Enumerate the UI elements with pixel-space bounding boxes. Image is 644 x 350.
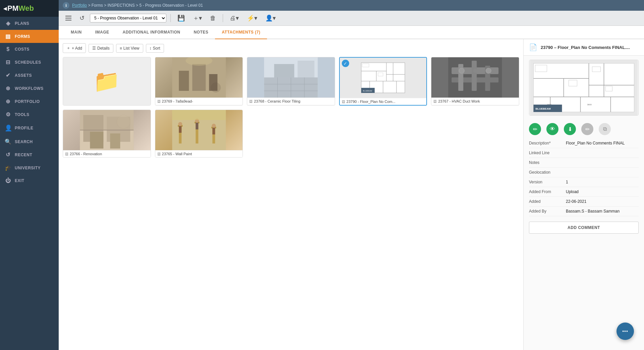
add-comment-button[interactable]: ADD COMMENT xyxy=(529,222,639,234)
add-label: + Add xyxy=(72,46,82,51)
sidebar-item-label: EXIT xyxy=(15,178,24,183)
added-by-label: Added By xyxy=(529,209,566,214)
edit-attachment-button[interactable]: ✏ xyxy=(529,123,541,135)
schedules-icon: ⊟ xyxy=(5,59,11,65)
separator-1 xyxy=(170,14,171,22)
gallery-item-23769[interactable]: 🖼 23769 - 7a8a9ead- xyxy=(155,57,243,106)
record-select[interactable]: 5 - Progress Observation - Level 01 xyxy=(90,14,166,22)
linked-line-label: Linked Line xyxy=(529,151,566,155)
meta-row-notes: Notes xyxy=(529,158,639,168)
sidebar-item-assets[interactable]: ✔ ASSETS xyxy=(0,69,59,82)
download-attachment-button[interactable]: ⬇ xyxy=(564,123,576,135)
gallery-item-23765[interactable]: 🖼 23765 - Wall Paint xyxy=(155,110,243,158)
gallery-item-text-4: 23767 - HVAC Duct Work xyxy=(438,99,480,103)
tab-image[interactable]: IMAGE xyxy=(89,26,116,39)
details-button[interactable]: ☰ Details xyxy=(89,44,113,53)
gallery-label-23768: 🖼 23768 - Ceramic Floor Tiling xyxy=(247,98,335,105)
logo-web: Web xyxy=(18,4,34,12)
gallery-item-23764[interactable]: 📁 📁 23764 - 11 Design Stage xyxy=(63,57,151,106)
svg-point-52 xyxy=(178,122,182,126)
sidebar-item-label: PLANS xyxy=(15,21,29,26)
details-label: Details xyxy=(97,46,110,51)
sidebar-item-profile[interactable]: 👤 PROFILE xyxy=(0,121,59,135)
list-view-button[interactable]: ≡ List View xyxy=(116,44,143,53)
menu-button[interactable] xyxy=(63,14,74,22)
sidebar-item-university[interactable]: 🎓 UNIVERSITY xyxy=(0,161,59,174)
svg-rect-61 xyxy=(212,128,215,134)
description-label: Description* xyxy=(529,141,566,145)
sidebar-item-label: ASSETS xyxy=(15,73,32,78)
sidebar-item-tools[interactable]: ⚙ TOOLS xyxy=(0,108,59,121)
gallery-label-23767: 🖼 23767 - HVAC Duct Work xyxy=(431,98,519,105)
meta-row-geolocation: Geolocation xyxy=(529,168,639,177)
workflows-icon: ⊛ xyxy=(5,85,11,92)
sort-button[interactable]: ↕ Sort xyxy=(146,44,164,53)
view-attachment-button[interactable]: 👁 xyxy=(546,123,558,135)
undo-button[interactable]: ↺ xyxy=(77,13,87,23)
add-attachment-button[interactable]: ＋ + Add xyxy=(63,43,86,53)
svg-rect-16 xyxy=(274,64,294,77)
svg-point-40 xyxy=(486,68,491,73)
sidebar-item-exit[interactable]: ⏻ EXIT xyxy=(0,174,59,187)
tab-attachments[interactable]: ATTACHMENTS (7) xyxy=(215,26,267,39)
gallery-item-text-1: 23769 - 7a8a9ead- xyxy=(162,99,193,103)
fab-button[interactable]: ••• xyxy=(616,323,634,340)
gallery-item-23768[interactable]: 🖼 23768 - Ceramic Floor Tiling xyxy=(247,57,335,106)
sidebar-item-forms[interactable]: ▤ FORMS xyxy=(0,30,59,43)
sidebar-item-workflows[interactable]: ⊛ WORKFLOWS xyxy=(0,82,59,95)
svg-text:3600: 3600 xyxy=(587,104,592,106)
gallery-item-23767[interactable]: 🖼 23767 - HVAC Duct Work xyxy=(431,57,519,106)
sidebar-item-label: UNIVERSITY xyxy=(15,166,41,170)
top-bar: ℹ Portfolio > Forms > INSPECTIONS > 5 - … xyxy=(59,0,644,11)
meta-row-added: Added 22-06-2021 xyxy=(529,197,639,207)
attachment-preview-inner: 2400 3600 BLUEBEAM xyxy=(529,60,638,115)
svg-rect-4 xyxy=(179,71,189,91)
gallery-item-23766[interactable]: 🖼 23766 - Renovation xyxy=(63,110,151,158)
sidebar-item-label: SCHEDULES xyxy=(15,60,41,65)
annotate-attachment-button[interactable]: ✏ xyxy=(581,123,593,135)
sidebar-item-plans[interactable]: ◈ PLANS xyxy=(0,17,59,30)
svg-rect-46 xyxy=(90,132,103,149)
gallery-thumb-23767 xyxy=(431,57,519,98)
user-button[interactable]: 👤▾ xyxy=(263,13,278,23)
sidebar-item-recent[interactable]: ↺ RECENT xyxy=(0,148,59,161)
tools-icon: ⚙ xyxy=(5,111,11,118)
meta-table: Description* Floor_Plan No Comments FINA… xyxy=(524,138,644,216)
gallery-thumb-23768 xyxy=(247,57,335,98)
selected-check-badge: ✓ xyxy=(342,60,349,67)
svg-point-48 xyxy=(117,115,130,128)
breadcrumb-portfolio-link[interactable]: Portfolio xyxy=(72,3,87,8)
sidebar-item-costs[interactable]: $ COSTS xyxy=(0,43,59,56)
copy-attachment-button[interactable]: ⧉ xyxy=(599,123,611,135)
forms-icon: ▤ xyxy=(5,33,11,40)
svg-rect-47 xyxy=(110,133,120,149)
info-icon[interactable]: ℹ xyxy=(63,2,69,9)
print-button[interactable]: 🖨▾ xyxy=(227,13,241,23)
right-panel: 📄 23790 – Floor_Plan No Comments FINAL..… xyxy=(523,39,644,350)
add-button[interactable]: ＋▾ xyxy=(190,13,205,23)
image-type-icon-5: 🖼 xyxy=(65,152,68,156)
gallery-thumb-23766 xyxy=(63,110,151,150)
exit-icon: ⏻ xyxy=(5,178,11,184)
back-arrow[interactable]: ◀ xyxy=(3,6,7,11)
sidebar-item-portfolio[interactable]: ⊕ PORTFOLIO xyxy=(0,95,59,108)
sidebar: ◀ PMWeb ◈ PLANS ▤ FORMS $ COSTS ⊟ SCHEDU… xyxy=(0,0,59,350)
delete-button[interactable]: 🗑 xyxy=(207,13,219,23)
tab-notes[interactable]: NOTES xyxy=(187,26,215,39)
save-button[interactable]: 💾 xyxy=(175,13,187,23)
tab-main[interactable]: MAIN xyxy=(64,26,89,39)
gallery-item-text-6: 23765 - Wall Paint xyxy=(162,152,192,156)
sidebar-item-label: WORKFLOWS xyxy=(15,86,44,91)
file-title: 23790 – Floor_Plan No Comments FINAL.... xyxy=(541,45,630,50)
sidebar-item-search[interactable]: 🔍 SEARCH xyxy=(0,135,59,148)
sidebar-item-schedules[interactable]: ⊟ SCHEDULES xyxy=(0,56,59,69)
lightning-button[interactable]: ⚡▾ xyxy=(244,13,260,23)
gallery-item-23790[interactable]: ✓ xyxy=(339,57,427,106)
breadcrumb: Portfolio > Forms > INSPECTIONS > 5 - Pr… xyxy=(72,3,203,8)
attachment-actions: ✏ 👁 ⬇ ✏ ⧉ xyxy=(524,120,644,138)
tab-additional[interactable]: ADDITIONAL INFORMATION xyxy=(116,26,187,39)
folder-icon: 📁 xyxy=(93,69,120,94)
profile-icon: 👤 xyxy=(5,124,11,132)
svg-text:BLUEBEAM: BLUEBEAM xyxy=(363,90,372,92)
pdf-file-icon: 📄 xyxy=(529,43,537,51)
